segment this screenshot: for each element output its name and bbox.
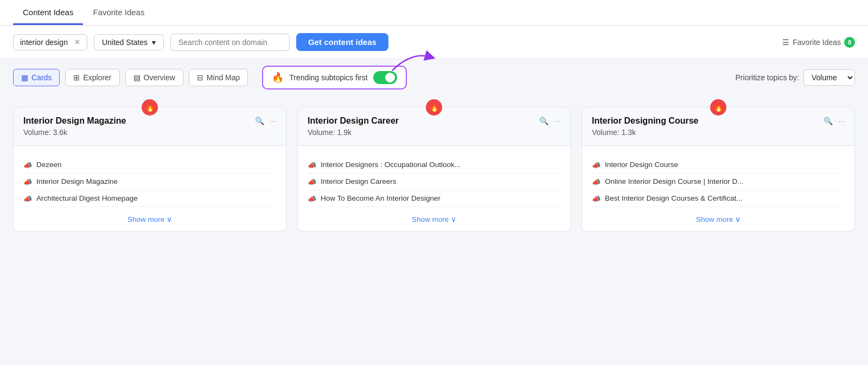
card1-body: 📣 Dezeen 📣 Interior Design Magazine 📣 Ar…	[13, 146, 286, 232]
trending-subtopics-box: 🔥 Trending subtopics first	[262, 66, 406, 89]
megaphone-icon-blue: 📣	[308, 178, 316, 186]
view-tab-explorer[interactable]: ⊞ Explorer	[65, 69, 119, 86]
prioritize-row: Prioritize topics by: Volume Trend Diffi…	[736, 69, 855, 86]
card1-actions: 🔍 ···	[255, 117, 276, 125]
arrow-annotation	[390, 46, 438, 73]
card2-show-more[interactable]: Show more ∨	[308, 215, 560, 223]
card3-body: 📣 Interior Design Course 📣 Online Interi…	[582, 146, 855, 232]
card1-result-1-text: Dezeen	[36, 161, 62, 169]
megaphone-icon-blue: 📣	[23, 195, 32, 203]
keyword-tag: interior design ✕	[13, 34, 87, 50]
domain-search-input[interactable]	[170, 34, 290, 51]
card3-more-icon[interactable]: ···	[838, 117, 845, 125]
view-row: ▦ Cards ⊞ Explorer ▤ Overview ⊟ Mind Map…	[0, 59, 868, 96]
explorer-icon: ⊞	[73, 73, 80, 82]
card1-search-icon[interactable]: 🔍	[255, 117, 264, 125]
card1-more-icon[interactable]: ···	[270, 117, 276, 125]
card-col-3: 🔥 Interior Designing Course 🔍 ··· Volume…	[582, 107, 855, 232]
cards-area: 🔥 Interior Design Magazine 🔍 ··· Volume:…	[0, 96, 868, 242]
explorer-label: Explorer	[83, 73, 111, 82]
card1-result-2: 📣 Interior Design Magazine	[23, 174, 276, 190]
card2-result-2: 📣 Interior Design Careers	[308, 174, 560, 190]
card2-volume: Volume: 1.9k	[308, 128, 560, 137]
card3-result-3: 📣 Best Interior Design Courses & Certifi…	[592, 190, 845, 207]
card1-result-3: 📣 Architectural Digest Homepage	[23, 190, 276, 207]
favorite-ideas-link[interactable]: ☰ Favorite Ideas 8	[782, 37, 855, 48]
list-icon: ☰	[782, 38, 789, 47]
card2-search-icon[interactable]: 🔍	[539, 117, 548, 125]
megaphone-icon-blue: 📣	[592, 178, 601, 186]
card2-result-1-text: Interior Designers : Occupational Outloo…	[321, 161, 461, 169]
top-tab-bar: Content Ideas Favorite Ideas	[0, 0, 868, 25]
card1-flame-badge: 🔥	[142, 99, 158, 116]
card3-title: Interior Designing Course	[592, 116, 698, 126]
card2-result-1: 📣 Interior Designers : Occupational Outl…	[308, 157, 560, 174]
card1-title: Interior Design Magazine	[23, 116, 126, 126]
card2-title: Interior Design Career	[308, 116, 399, 126]
card2-flame-badge: 🔥	[426, 99, 442, 116]
mindmap-label: Mind Map	[207, 73, 240, 82]
card3-result-3-text: Best Interior Design Courses & Certifica…	[605, 194, 743, 202]
country-selector[interactable]: United States ▾	[94, 34, 164, 50]
view-tab-mindmap[interactable]: ⊟ Mind Map	[189, 69, 248, 86]
view-tab-cards[interactable]: ▦ Cards	[13, 69, 60, 86]
card2-more-icon[interactable]: ···	[554, 117, 560, 125]
prioritize-label: Prioritize topics by:	[736, 73, 799, 82]
card-col-2: 🔥 Interior Design Career 🔍 ··· Volume: 1…	[297, 107, 571, 232]
overview-icon: ▤	[133, 73, 141, 82]
card2-result-3-text: How To Become An Interior Designer	[321, 194, 441, 202]
tab-content-ideas[interactable]: Content Ideas	[13, 0, 83, 25]
cards-label: Cards	[31, 73, 52, 82]
card3-result-2-text: Online Interior Design Course | Interior…	[605, 177, 744, 185]
card2-body: 📣 Interior Designers : Occupational Outl…	[297, 146, 571, 232]
country-label: United States	[102, 38, 148, 47]
card1-show-more[interactable]: Show more ∨	[23, 215, 276, 223]
get-ideas-button[interactable]: Get content ideas	[296, 33, 388, 51]
megaphone-icon-blue: 📣	[308, 195, 316, 203]
card3-result-2: 📣 Online Interior Design Course | Interi…	[592, 174, 845, 190]
favorite-ideas-label: Favorite Ideas	[793, 38, 841, 47]
card3-search-icon[interactable]: 🔍	[824, 117, 833, 125]
card2-actions: 🔍 ···	[539, 117, 560, 125]
card-col-1: 🔥 Interior Design Magazine 🔍 ··· Volume:…	[13, 107, 286, 232]
card3-volume: Volume: 1.3k	[592, 128, 845, 137]
card1-result-2-text: Interior Design Magazine	[36, 177, 118, 185]
card3-flame-badge: 🔥	[710, 99, 726, 116]
card1-result-3-text: Architectural Digest Homepage	[36, 194, 138, 202]
tab-favorite-ideas[interactable]: Favorite Ideas	[83, 0, 154, 25]
prioritize-select[interactable]: Volume Trend Difficulty	[803, 69, 855, 86]
chevron-down-icon: ▾	[152, 38, 156, 47]
keyword-close-icon[interactable]: ✕	[74, 38, 80, 46]
card2-result-3: 📣 How To Become An Interior Designer	[308, 190, 560, 207]
trending-label: Trending subtopics first	[289, 73, 367, 82]
megaphone-icon-green: 📣	[23, 161, 32, 169]
megaphone-icon-green: 📣	[308, 161, 316, 169]
card3-show-more[interactable]: Show more ∨	[592, 215, 845, 223]
card1-volume: Volume: 3.6k	[23, 128, 276, 137]
megaphone-icon-green: 📣	[592, 161, 601, 169]
card2-result-2-text: Interior Design Careers	[321, 177, 397, 185]
megaphone-icon-blue: 📣	[592, 195, 601, 203]
cards-icon: ▦	[21, 73, 28, 82]
keyword-text: interior design	[20, 38, 68, 47]
view-tab-overview[interactable]: ▤ Overview	[125, 69, 183, 86]
trending-flame-icon: 🔥	[272, 72, 284, 84]
favorite-count-badge: 8	[844, 37, 855, 48]
card1-result-1: 📣 Dezeen	[23, 157, 276, 174]
card3-result-1: 📣 Interior Design Course	[592, 157, 845, 174]
megaphone-icon-blue: 📣	[23, 178, 32, 186]
card3-result-1-text: Interior Design Course	[605, 161, 678, 169]
card3-actions: 🔍 ···	[824, 117, 845, 125]
mindmap-icon: ⊟	[197, 73, 203, 82]
overview-label: Overview	[144, 73, 175, 82]
